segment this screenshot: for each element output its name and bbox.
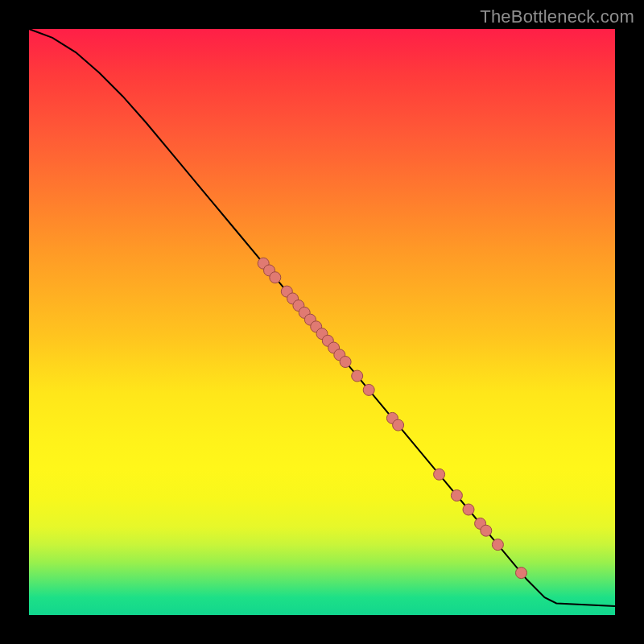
data-point [492, 539, 503, 551]
data-point [363, 384, 374, 395]
watermark-text: TheBottleneck.com [480, 6, 634, 27]
data-point [516, 568, 527, 579]
plot-area [29, 29, 615, 615]
bottleneck-curve [29, 29, 615, 606]
data-point [434, 469, 445, 480]
data-points [258, 258, 526, 578]
data-point [270, 272, 281, 283]
data-point [340, 357, 351, 368]
chart-svg [29, 29, 615, 615]
data-point [481, 525, 492, 536]
data-point [393, 419, 404, 431]
data-point [352, 370, 363, 382]
data-point [451, 490, 462, 502]
data-point [463, 504, 474, 515]
chart-frame: TheBottleneck.com [0, 0, 644, 644]
